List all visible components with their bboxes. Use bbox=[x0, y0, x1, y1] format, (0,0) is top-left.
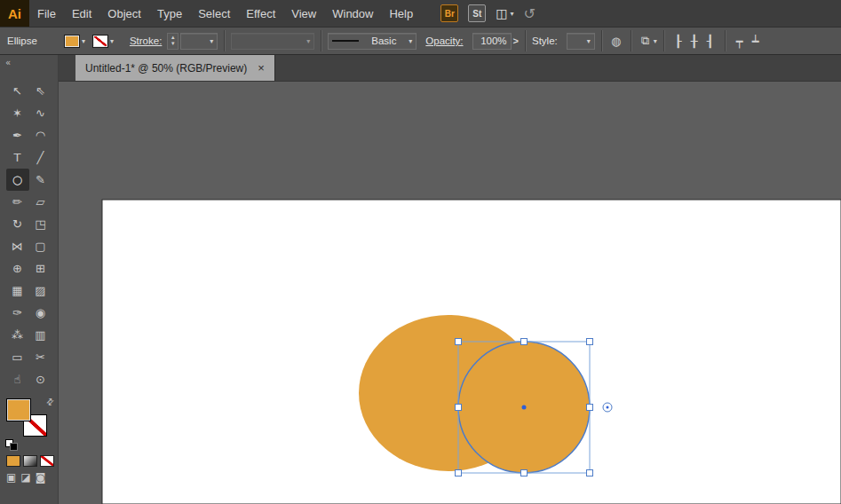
fill-color-swatch[interactable] bbox=[6, 398, 31, 421]
scale-tool[interactable]: ◳ bbox=[29, 213, 52, 235]
gradient-tool[interactable]: ▨ bbox=[29, 280, 52, 302]
menu-effect[interactable]: Effect bbox=[238, 0, 283, 27]
draw-behind-icon[interactable]: ◪ bbox=[20, 471, 30, 484]
brush-value: Basic bbox=[371, 35, 396, 46]
live-shape-widget-dot bbox=[607, 406, 609, 409]
free-transform-tool[interactable]: ▢ bbox=[29, 235, 52, 257]
app-logo: Ai bbox=[0, 0, 29, 27]
align-left-icon[interactable]: ┠ bbox=[670, 35, 686, 48]
opacity-panel-link[interactable]: Opacity: bbox=[425, 35, 463, 46]
sync-icon[interactable]: ↺ bbox=[523, 5, 535, 22]
shape-builder-tool[interactable]: ⊕ bbox=[6, 257, 29, 280]
menu-object[interactable]: Object bbox=[99, 0, 149, 27]
selection-handle[interactable] bbox=[456, 339, 462, 345]
selection-handle[interactable] bbox=[521, 339, 528, 345]
chevron-down-icon[interactable]: ▾ bbox=[654, 37, 657, 45]
draw-normal-icon[interactable]: ▣ bbox=[6, 471, 16, 484]
selection-handle[interactable] bbox=[456, 470, 462, 476]
lasso-tool[interactable]: ∿ bbox=[29, 102, 52, 124]
line-segment-tool[interactable]: ╱ bbox=[29, 146, 52, 169]
symbol-sprayer-tool[interactable]: ⁂ bbox=[6, 324, 29, 346]
draw-inside-icon[interactable]: ◙ bbox=[36, 471, 46, 484]
selection-handle[interactable] bbox=[587, 339, 593, 345]
menu-select[interactable]: Select bbox=[190, 0, 238, 27]
column-graph-tool[interactable]: ▥ bbox=[29, 324, 52, 346]
swap-fill-stroke-icon[interactable]: ⇄ bbox=[44, 396, 56, 408]
document-setup-icon[interactable]: ⧉ bbox=[638, 34, 654, 48]
chevron-down-icon[interactable]: ▾ bbox=[82, 37, 85, 45]
menu-file[interactable]: File bbox=[29, 0, 64, 27]
ellipse-tool[interactable]: ○ bbox=[6, 169, 29, 191]
document-title: Untitled-1* @ 50% (RGB/Preview) bbox=[85, 62, 247, 75]
zoom-tool[interactable]: ⊙ bbox=[29, 368, 52, 390]
document-tab-bar: Untitled-1* @ 50% (RGB/Preview) × bbox=[59, 55, 841, 82]
magic-wand-tool[interactable]: ✶ bbox=[6, 102, 29, 124]
stroke-color-control[interactable]: ▾ bbox=[92, 35, 114, 48]
style-label: Style: bbox=[532, 35, 558, 46]
tool-grid: ↖ ⇖ ✶ ∿ ✒ ◠ T ╱ ○ ✎ ✏ ▱ ↻ ◳ ⋈ ▢ ⊕ ⊞ ▦ ▨ bbox=[0, 80, 58, 390]
brush-definition-dropdown[interactable]: Basic ▾ bbox=[328, 33, 417, 50]
mesh-tool[interactable]: ▦ bbox=[6, 280, 29, 302]
opacity-arrow-icon[interactable]: > bbox=[513, 35, 519, 46]
menu-type[interactable]: Type bbox=[149, 0, 190, 27]
recolor-artwork-icon[interactable]: ◍ bbox=[608, 35, 624, 48]
stroke-weight-dropdown[interactable]: ▾ bbox=[180, 33, 218, 50]
selection-handle[interactable] bbox=[587, 470, 593, 476]
stroke-panel-link[interactable]: Stroke: bbox=[130, 35, 162, 46]
workspace-switcher[interactable]: ◫ ▾ bbox=[496, 6, 513, 20]
menu-help[interactable]: Help bbox=[381, 0, 421, 27]
selection-handle[interactable] bbox=[587, 405, 593, 411]
color-button[interactable] bbox=[6, 455, 20, 467]
default-fill-stroke-icon[interactable] bbox=[10, 443, 18, 451]
none-button[interactable] bbox=[40, 455, 54, 467]
type-tool[interactable]: T bbox=[6, 146, 29, 169]
blend-tool[interactable]: ◉ bbox=[29, 302, 52, 324]
eraser-tool[interactable]: ▱ bbox=[29, 191, 52, 213]
opacity-dropdown[interactable]: 100% bbox=[472, 33, 512, 50]
variable-width-profile-dropdown[interactable]: ▾ bbox=[231, 33, 314, 50]
perspective-grid-tool[interactable]: ⊞ bbox=[29, 257, 52, 280]
control-bar: Ellipse ▾ ▾ Stroke: ▴ ▾ ▾ ▾ Basic ▾ bbox=[0, 27, 841, 55]
chevron-down-icon[interactable]: ▾ bbox=[110, 37, 114, 45]
menu-view[interactable]: View bbox=[283, 0, 324, 27]
pen-tool[interactable]: ✒ bbox=[6, 124, 29, 146]
chevron-down-icon: ▾ bbox=[510, 10, 513, 18]
stepper-down-icon[interactable]: ▾ bbox=[171, 41, 175, 47]
stock-button[interactable]: St bbox=[468, 4, 486, 22]
slice-tool[interactable]: ✂ bbox=[29, 346, 52, 368]
selection-tool[interactable]: ↖ bbox=[6, 80, 29, 102]
gradient-button[interactable] bbox=[23, 455, 37, 467]
eyedropper-tool[interactable]: ✑ bbox=[6, 302, 29, 324]
document-tab[interactable]: Untitled-1* @ 50% (RGB/Preview) × bbox=[75, 55, 275, 81]
current-tool-label: Ellipse bbox=[7, 35, 37, 46]
width-tool[interactable]: ⋈ bbox=[6, 235, 29, 257]
shaper-tool[interactable]: ✏ bbox=[6, 191, 29, 213]
canvas-area[interactable] bbox=[59, 82, 841, 504]
align-bottom-icon[interactable]: ┷ bbox=[748, 35, 764, 48]
menu-edit[interactable]: Edit bbox=[64, 0, 99, 27]
align-right-icon[interactable]: ┨ bbox=[702, 35, 718, 48]
canvas[interactable] bbox=[59, 82, 841, 504]
fill-color-control[interactable]: ▾ bbox=[64, 35, 85, 48]
bridge-button[interactable]: Br bbox=[440, 4, 458, 22]
hand-tool[interactable]: ☝ bbox=[6, 368, 29, 390]
separator bbox=[631, 30, 631, 51]
graphic-style-dropdown[interactable]: ▾ bbox=[567, 33, 595, 50]
close-icon[interactable]: × bbox=[258, 62, 265, 74]
align-top-icon[interactable]: ┯ bbox=[732, 35, 748, 48]
artboard-tool[interactable]: ▭ bbox=[6, 346, 29, 368]
paintbrush-tool[interactable]: ✎ bbox=[29, 169, 52, 191]
direct-selection-tool[interactable]: ⇖ bbox=[29, 80, 52, 102]
stroke-weight-stepper[interactable]: ▴ ▾ bbox=[167, 33, 179, 50]
fill-swatch[interactable] bbox=[64, 35, 80, 48]
opacity-value: 100% bbox=[480, 35, 506, 46]
stroke-swatch-none[interactable] bbox=[92, 35, 108, 48]
rotate-tool[interactable]: ↻ bbox=[6, 213, 29, 235]
align-center-icon[interactable]: ╂ bbox=[686, 35, 702, 48]
selection-handle[interactable] bbox=[456, 405, 462, 411]
curvature-tool[interactable]: ◠ bbox=[29, 124, 52, 146]
menu-window[interactable]: Window bbox=[324, 0, 381, 27]
collapse-panel-icon[interactable]: « bbox=[0, 55, 58, 69]
selection-handle[interactable] bbox=[521, 470, 528, 476]
selection-center-point[interactable] bbox=[522, 406, 527, 410]
